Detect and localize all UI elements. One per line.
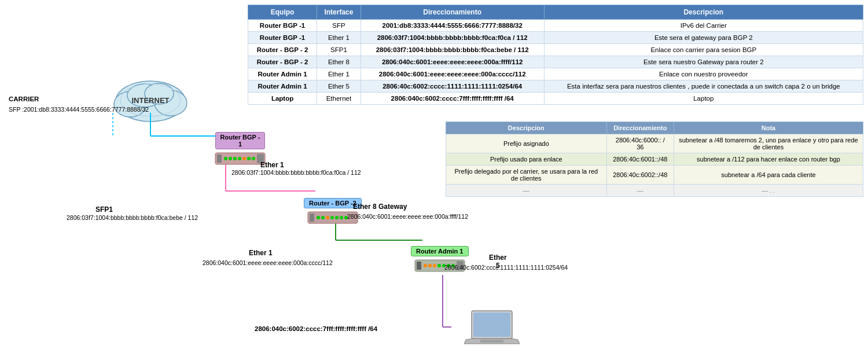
- svg-point-18: [224, 157, 227, 160]
- svg-point-28: [317, 216, 320, 219]
- laptop-addr: 2806:040c:6002:cccc:7fff:ffff:ffff:ffff …: [255, 325, 377, 332]
- svg-point-21: [238, 157, 241, 160]
- svg-point-20: [233, 157, 237, 160]
- svg-rect-46: [473, 313, 510, 337]
- router-bgp1: Router BGP -1: [214, 132, 266, 167]
- svg-point-37: [424, 264, 427, 267]
- network-diagram: INTERNET CARRIER SFP :2001:db8:3333:4444…: [0, 0, 451, 360]
- svg-point-24: [252, 157, 255, 160]
- ether8-addr: 2806:040c:6001:eeee:eeee:eee:000a:ffff/1…: [347, 213, 468, 220]
- svg-point-29: [321, 216, 325, 219]
- svg-rect-27: [310, 214, 314, 222]
- cell-descripcion: Este sera el gateway para BGP 2: [544, 32, 863, 44]
- sec-col-nota: Nota: [674, 122, 863, 134]
- ether1-label2: Ether 1: [249, 249, 273, 257]
- svg-point-23: [247, 157, 251, 160]
- cell-descripcion: Prefijo usado para enlace: [446, 153, 607, 166]
- svg-point-2: [155, 90, 187, 116]
- sec-col-desc: Descripcion: [446, 122, 607, 134]
- cell-nota: subnetear a /64 para cada cliente: [674, 166, 863, 185]
- svg-rect-47: [480, 340, 503, 343]
- carrier-label: CARRIER: [9, 95, 39, 102]
- cell-descripcion: Enlace con carrier para sesion BGP: [544, 44, 863, 56]
- ether1-addr2: 2806:040c:6001:eeee:eeee:eeee:000a:cccc/…: [203, 259, 333, 266]
- sec-col-addr: Direccionamiento: [606, 122, 674, 134]
- carrier-sfp-label: SFP :2001:db8:3333:4444:5555:6666:7777:8…: [9, 106, 149, 113]
- router-bgp1-label: Router BGP -1: [215, 132, 266, 149]
- cell-nota: — . .: [674, 185, 863, 197]
- svg-point-22: [242, 157, 246, 160]
- svg-point-30: [326, 216, 329, 219]
- cell-descripcion: —: [446, 185, 607, 197]
- col-descripcion: Descripcion: [544, 5, 863, 20]
- svg-point-1: [114, 91, 146, 117]
- cell-descripcion: Prefijo delegado por el carrier, se usar…: [446, 166, 607, 185]
- svg-rect-17: [217, 155, 222, 163]
- svg-point-32: [335, 216, 339, 219]
- svg-point-31: [330, 216, 334, 219]
- ether5-addr: 2806:40c:6002:cccc:1111:1111:1111:0254/6…: [444, 264, 568, 271]
- cell-descripcion: Esta interfaz sera para nuestros cliente…: [544, 80, 863, 93]
- svg-text:INTERNET: INTERNET: [132, 96, 170, 105]
- cell-direccionamiento: 2806:40c:6002::/48: [606, 166, 674, 185]
- svg-point-3: [127, 84, 162, 107]
- cell-nota: subnetear a /48 tomaremos 2, uno para en…: [674, 134, 863, 153]
- svg-point-0: [116, 81, 185, 122]
- cell-descripcion: Prefijo asignado: [446, 134, 607, 153]
- cell-nota: subnetear a /112 para hacer enlace con r…: [674, 153, 863, 166]
- cell-direccionamiento: —: [606, 185, 674, 197]
- sfp1-addr: 2806:03f7:1004:bbbb:bbbb:bbbb:f0ca:bebe …: [67, 214, 198, 221]
- svg-point-4: [145, 83, 174, 104]
- cell-direccionamiento: 2806:40c:6000:: / 36: [606, 134, 674, 153]
- svg-point-38: [428, 264, 432, 267]
- svg-point-39: [433, 264, 436, 267]
- cell-descripcion: Enlace con nuestro proveedor: [544, 68, 863, 80]
- table-row: Prefijo asignado2806:40c:6000:: / 36subn…: [446, 134, 863, 153]
- sfp1-label: SFP1: [95, 205, 113, 214]
- table-row: ——— . .: [446, 185, 863, 197]
- prefix-table: Descripcion Direccionamiento Nota Prefij…: [446, 122, 863, 197]
- cell-direccionamiento: 2806:40c:6001::/48: [606, 153, 674, 166]
- cell-descripcion: Este sera nuestro Gateway para router 2: [544, 56, 863, 68]
- svg-point-33: [340, 216, 343, 219]
- svg-rect-36: [417, 262, 421, 270]
- router-admin1-label: Router Admin 1: [411, 246, 469, 256]
- ether8-label: Ether 8 Gateway: [353, 203, 407, 211]
- table-row: Prefijo delegado por el carrier, se usar…: [446, 166, 863, 185]
- table-row: Prefijo usado para enlace2806:40c:6001::…: [446, 153, 863, 166]
- secondary-table-section: Descripcion Direccionamiento Nota Prefij…: [446, 122, 863, 197]
- ether1-label1: Ether 1: [260, 161, 284, 169]
- ether1-addr1: 2806:03f7:1004:bbbb:bbbb:bbbb:f0ca:f0ca …: [231, 169, 361, 176]
- cell-descripcion: Laptop: [544, 93, 863, 105]
- svg-point-19: [229, 157, 232, 160]
- svg-point-40: [437, 264, 441, 267]
- laptop-icon: [463, 308, 521, 354]
- cell-descripcion: IPv6 del Carrier: [544, 20, 863, 32]
